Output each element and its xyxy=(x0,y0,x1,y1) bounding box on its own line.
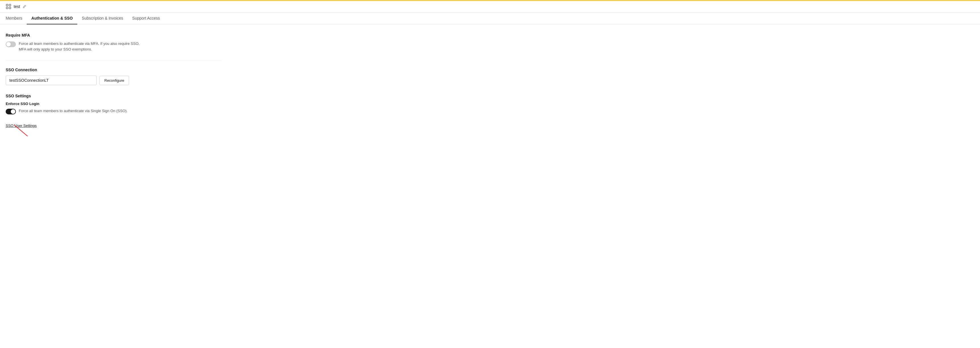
mfa-toggle-wrapper xyxy=(6,41,16,47)
sso-connection-section: SSO Connection Reconfigure xyxy=(6,68,222,85)
tab-support-access[interactable]: Support Access xyxy=(127,13,164,24)
mfa-toggle[interactable] xyxy=(6,41,16,47)
mfa-description: Force all team members to authenticate v… xyxy=(19,41,140,52)
enforce-sso-toggle-wrapper xyxy=(6,109,16,114)
require-mfa-section: Require MFA Force all team members to au… xyxy=(6,33,222,52)
svg-rect-1 xyxy=(9,4,11,6)
edit-icon[interactable] xyxy=(22,5,26,8)
enforce-sso-description: Force all team members to authenticate v… xyxy=(19,108,127,114)
workspace-icon xyxy=(6,4,11,9)
top-bar: test xyxy=(0,1,980,13)
divider-1 xyxy=(6,60,222,61)
workspace-name: test xyxy=(14,4,20,9)
tab-subscription[interactable]: Subscription & Invoices xyxy=(77,13,128,24)
main-content: Require MFA Force all team members to au… xyxy=(0,24,228,136)
enforce-sso-toggle[interactable] xyxy=(6,109,16,114)
enforce-sso-title: Enforce SSO Login xyxy=(6,101,222,106)
reconfigure-button[interactable]: Reconfigure xyxy=(99,76,129,85)
svg-rect-3 xyxy=(9,7,11,9)
sso-user-settings-container: SSO User Settings xyxy=(6,119,37,128)
mfa-toggle-row: Force all team members to authenticate v… xyxy=(6,41,222,52)
sso-settings-section: SSO Settings Enforce SSO Login Force all… xyxy=(6,94,222,128)
sso-connection-title: SSO Connection xyxy=(6,68,222,72)
tab-auth-sso[interactable]: Authentication & SSO xyxy=(27,13,77,24)
enforce-sso-block: Enforce SSO Login Force all team members… xyxy=(6,101,222,114)
require-mfa-title: Require MFA xyxy=(6,33,222,38)
svg-rect-0 xyxy=(6,4,8,6)
nav-tabs: Members Authentication & SSO Subscriptio… xyxy=(0,13,980,24)
sso-connection-row: Reconfigure xyxy=(6,76,222,85)
enforce-sso-toggle-row: Force all team members to authenticate v… xyxy=(6,108,222,114)
top-accent-bar xyxy=(0,0,980,1)
sso-connection-input[interactable] xyxy=(6,76,97,85)
sso-settings-title: SSO Settings xyxy=(6,94,222,98)
svg-rect-2 xyxy=(6,7,8,9)
tab-members[interactable]: Members xyxy=(6,13,27,24)
sso-user-settings-link[interactable]: SSO User Settings xyxy=(6,123,37,128)
